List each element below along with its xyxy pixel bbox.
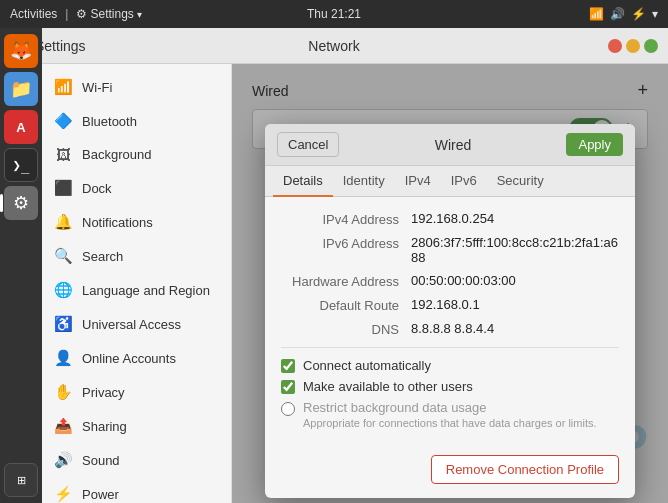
field-hardware: Hardware Address 00:50:00:00:03:00 bbox=[281, 273, 619, 289]
settings-sidebar: 📶 Wi-Fi 🔷 Bluetooth 🖼 Background ⬛ Dock … bbox=[42, 64, 232, 503]
apply-button[interactable]: Apply bbox=[566, 133, 623, 156]
field-ipv6: IPv6 Address 2806:3f7:5fff:100:8cc8:c21b… bbox=[281, 235, 619, 265]
launcher-terminal[interactable]: ❯_ bbox=[4, 148, 38, 182]
settings-window: 🔍 Settings Network 🦊 📁 A ❯_ ⚙ ⊞ bbox=[0, 28, 668, 503]
connect-auto-checkbox-row[interactable]: Connect automatically bbox=[281, 358, 619, 373]
dialog-body: IPv4 Address 192.168.0.254 IPv6 Address … bbox=[265, 197, 635, 447]
panel-title: Network bbox=[308, 38, 359, 54]
sidebar-item-label: Bluetooth bbox=[82, 114, 219, 129]
dialog-header: Cancel Wired Apply bbox=[265, 124, 635, 166]
sidebar-item-bluetooth[interactable]: 🔷 Bluetooth bbox=[42, 104, 231, 138]
window-controls bbox=[608, 39, 658, 53]
sidebar-item-label: Privacy bbox=[82, 385, 219, 400]
sidebar-item-label: Universal Access bbox=[82, 317, 219, 332]
sidebar-item-label: Notifications bbox=[82, 215, 219, 230]
sidebar-item-label: Search bbox=[82, 249, 219, 264]
sidebar-item-background[interactable]: 🖼 Background bbox=[42, 138, 231, 171]
activities-button[interactable]: Activities bbox=[10, 7, 57, 21]
search-icon: 🔍 bbox=[54, 247, 72, 265]
app-launcher: 🦊 📁 A ❯_ ⚙ ⊞ bbox=[0, 64, 42, 503]
sidebar-item-sharing[interactable]: 📤 Sharing bbox=[42, 409, 231, 443]
launcher-files[interactable]: 📁 bbox=[4, 72, 38, 106]
field-label-default-route: Default Route bbox=[281, 297, 411, 313]
dialog-tabs: Details Identity IPv4 IPv6 Security bbox=[265, 166, 635, 197]
field-dns: DNS 8.8.8.8 8.8.4.4 bbox=[281, 321, 619, 337]
volume-indicator-icon: 🔊 bbox=[610, 7, 625, 21]
tab-security[interactable]: Security bbox=[487, 166, 554, 197]
sidebar-item-online-accounts[interactable]: 👤 Online Accounts bbox=[42, 341, 231, 375]
language-icon: 🌐 bbox=[54, 281, 72, 299]
power-indicator-icon: ⚡ bbox=[631, 7, 646, 21]
tab-ipv4[interactable]: IPv4 bbox=[395, 166, 441, 197]
connect-auto-checkbox[interactable] bbox=[281, 359, 295, 373]
sidebar-item-sound[interactable]: 🔊 Sound bbox=[42, 443, 231, 477]
cancel-button[interactable]: Cancel bbox=[277, 132, 339, 157]
launcher-settings[interactable]: ⚙ bbox=[4, 186, 38, 220]
make-available-checkbox[interactable] bbox=[281, 380, 295, 394]
sidebar-item-power[interactable]: ⚡ Power bbox=[42, 477, 231, 503]
tab-details[interactable]: Details bbox=[273, 166, 333, 197]
sidebar-item-label: Background bbox=[82, 147, 219, 162]
sidebar-item-wifi[interactable]: 📶 Wi-Fi bbox=[42, 70, 231, 104]
network-panel: Wired + Connected ON ⚙ ForoISP bbox=[232, 64, 668, 503]
dialog-title: Wired bbox=[347, 137, 558, 153]
header-bar: 🔍 Settings Network bbox=[0, 28, 668, 64]
system-menu-icon[interactable]: ▾ bbox=[652, 7, 658, 21]
field-label-ipv6: IPv6 Address bbox=[281, 235, 411, 251]
field-default-route: Default Route 192.168.0.1 bbox=[281, 297, 619, 313]
field-value-hardware: 00:50:00:00:03:00 bbox=[411, 273, 619, 288]
make-available-checkbox-row[interactable]: Make available to other users bbox=[281, 379, 619, 394]
wifi-icon: 📶 bbox=[54, 78, 72, 96]
clock: Thu 21:21 bbox=[307, 7, 361, 21]
sidebar-title: Settings bbox=[35, 38, 86, 54]
settings-gear-icon: ⚙ bbox=[76, 7, 87, 21]
sidebar-item-notifications[interactable]: 🔔 Notifications bbox=[42, 205, 231, 239]
notifications-icon: 🔔 bbox=[54, 213, 72, 231]
universal-access-icon: ♿ bbox=[54, 315, 72, 333]
main-content: 🦊 📁 A ❯_ ⚙ ⊞ 📶 Wi-Fi 🔷 Bluetooth bbox=[0, 64, 668, 503]
tab-identity[interactable]: Identity bbox=[333, 166, 395, 197]
connect-auto-label: Connect automatically bbox=[303, 358, 431, 373]
sidebar-item-language[interactable]: 🌐 Language and Region bbox=[42, 273, 231, 307]
restrict-label: Restrict background data usage bbox=[303, 400, 597, 415]
top-bar: Activities | ⚙ Settings ▾ Thu 21:21 📶 🔊 … bbox=[0, 0, 668, 28]
restrict-radio-row: Restrict background data usage Appropria… bbox=[281, 400, 619, 429]
field-label-hardware: Hardware Address bbox=[281, 273, 411, 289]
settings-menu-label: Settings bbox=[90, 7, 133, 21]
network-indicator-icon: 📶 bbox=[589, 7, 604, 21]
tab-ipv6[interactable]: IPv6 bbox=[441, 166, 487, 197]
sidebar-item-dock[interactable]: ⬛ Dock bbox=[42, 171, 231, 205]
launcher-software[interactable]: A bbox=[4, 110, 38, 144]
bluetooth-icon: 🔷 bbox=[54, 112, 72, 130]
sidebar-item-universal-access[interactable]: ♿ Universal Access bbox=[42, 307, 231, 341]
restrict-sublabel: Appropriate for connections that have da… bbox=[303, 417, 597, 429]
sidebar-item-search[interactable]: 🔍 Search bbox=[42, 239, 231, 273]
sidebar-item-label: Language and Region bbox=[82, 283, 219, 298]
field-label-ipv4: IPv4 Address bbox=[281, 211, 411, 227]
sidebar-item-label: Dock bbox=[82, 181, 219, 196]
sharing-icon: 📤 bbox=[54, 417, 72, 435]
remove-connection-button[interactable]: Remove Connection Profile bbox=[431, 455, 619, 484]
wired-dialog: Cancel Wired Apply Details Identity IPv4… bbox=[265, 124, 635, 498]
sidebar-item-label: Sharing bbox=[82, 419, 219, 434]
privacy-icon: ✋ bbox=[54, 383, 72, 401]
restrict-radio[interactable] bbox=[281, 402, 295, 416]
minimize-button[interactable] bbox=[626, 39, 640, 53]
field-value-ipv6: 2806:3f7:5fff:100:8cc8:c21b:2fa1:a688 bbox=[411, 235, 619, 265]
sidebar-item-label: Sound bbox=[82, 453, 219, 468]
sidebar-item-privacy[interactable]: ✋ Privacy bbox=[42, 375, 231, 409]
power-icon: ⚡ bbox=[54, 485, 72, 503]
settings-menu-button[interactable]: ⚙ Settings ▾ bbox=[76, 7, 141, 21]
settings-chevron-icon: ▾ bbox=[137, 9, 142, 20]
sidebar-item-label: Wi-Fi bbox=[82, 80, 219, 95]
remove-btn-wrap: Remove Connection Profile bbox=[265, 447, 635, 498]
launcher-apps-grid[interactable]: ⊞ bbox=[4, 463, 38, 497]
sidebar-item-label: Online Accounts bbox=[82, 351, 219, 366]
sound-icon: 🔊 bbox=[54, 451, 72, 469]
checkboxes-section: Connect automatically Make available to … bbox=[281, 347, 619, 429]
launcher-firefox[interactable]: 🦊 bbox=[4, 64, 38, 68]
close-button[interactable] bbox=[608, 39, 622, 53]
field-value-default-route: 192.168.0.1 bbox=[411, 297, 619, 312]
field-ipv4: IPv4 Address 192.168.0.254 bbox=[281, 211, 619, 227]
maximize-button[interactable] bbox=[644, 39, 658, 53]
